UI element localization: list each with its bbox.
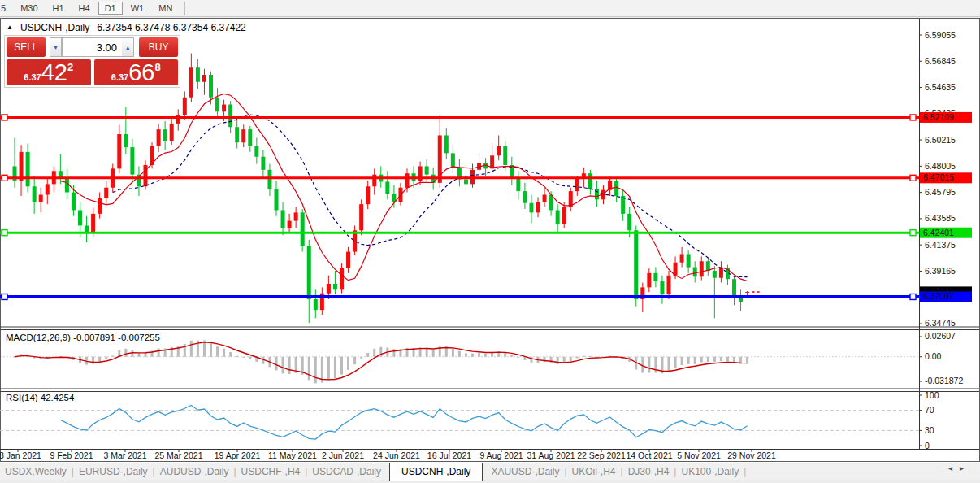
macd-axis-tick: 0.00 — [925, 351, 942, 361]
macd-axis-tick: 0.02607 — [925, 331, 956, 341]
tab-bar: USDX,Weekly|EURUSD-,Daily|AUDUSD-,Daily|… — [0, 462, 980, 480]
tab-uk100-daily[interactable]: UK100-,Daily — [676, 466, 744, 477]
toolbar-separator — [184, 2, 185, 15]
tab-scroll-arrows: ◂ ▸ — [948, 463, 964, 472]
chevron-down-icon: ▼ — [53, 45, 59, 50]
buy-price-bigfigure: 6.37 — [111, 72, 128, 82]
price-axis-tick: 6.39165 — [925, 266, 956, 276]
line-handle[interactable] — [2, 230, 7, 236]
date-label: 19 Apr 2021 — [215, 450, 261, 460]
price-axis-tick: 6.56845 — [925, 56, 956, 66]
macd-label: MACD(12,26,9) -0.007891 -0.007255 — [6, 333, 160, 342]
line-handle[interactable] — [2, 115, 7, 120]
sell-price-box[interactable]: 6.37422 — [7, 59, 91, 85]
line-handle[interactable] — [910, 230, 916, 236]
rsi-axis-tick: 0 — [925, 441, 930, 450]
chart-ohlc-quotes: 6.37354 6.37478 6.37354 6.37422 — [97, 22, 246, 33]
timeframe-MN[interactable]: MN — [152, 2, 179, 15]
date-label: 2 Jun 2021 — [322, 450, 364, 460]
tab-usdcad-daily[interactable]: USDCAD-,Daily — [307, 466, 386, 477]
date-label: 3 Mar 2021 — [103, 450, 146, 460]
line-price-label-text: 6.52109 — [923, 112, 954, 122]
tab-usdx-weekly[interactable]: USDX,Weekly — [0, 466, 72, 477]
price-axis-tick: 6.34745 — [925, 318, 956, 328]
sell-button[interactable]: SELL — [7, 37, 46, 57]
tab-separator: | — [744, 466, 746, 477]
date-label: 16 Jul 2021 — [427, 450, 471, 460]
tab-ukoil-h4[interactable]: UKOil-,H4 — [567, 466, 621, 477]
date-label: 29 Nov 2021 — [727, 450, 776, 460]
tab-xauusd-daily[interactable]: XAUUSD-,Daily — [486, 466, 564, 477]
buy-price-box[interactable]: 6.37668 — [94, 59, 179, 85]
tab-dj30-h4[interactable]: DJ30-,H4 — [623, 466, 674, 477]
sell-price-pipette: 2 — [67, 61, 73, 73]
line-price-label-text: 6.37007 — [923, 291, 954, 301]
timeframe-bar: 5M30H1H4D1W1MN — [0, 2, 180, 15]
macd-axis-tick: -0.031872 — [925, 376, 963, 385]
price-axis-tick: 6.48005 — [925, 161, 956, 171]
timeframe-H1[interactable]: H1 — [46, 2, 71, 15]
tab-eurusd-daily[interactable]: EURUSD-,Daily — [74, 466, 153, 477]
date-label: 11 May 2021 — [268, 450, 317, 460]
collapse-icon[interactable]: ▲ — [7, 24, 13, 31]
timeframe-M30[interactable]: M30 — [14, 2, 44, 15]
tab-usdchf-h4[interactable]: USDCHF-,H4 — [236, 466, 306, 477]
rsi-axis-tick: 70 — [925, 405, 934, 415]
line-handle[interactable] — [910, 294, 916, 299]
scroll-left-icon[interactable]: ◂ — [948, 463, 952, 472]
date-label: 25 Mar 2021 — [155, 450, 203, 460]
sell-price-bigfigure: 6.37 — [24, 72, 41, 82]
date-label: 14 Oct 2021 — [626, 450, 672, 460]
date-label: 22 Sep 2021 — [577, 450, 626, 460]
timeframe-W1[interactable]: W1 — [124, 2, 151, 15]
sell-price-pips: 42 — [41, 62, 67, 85]
chevron-up-icon: ▲ — [125, 45, 131, 50]
line-price-label-text: 6.47015 — [923, 172, 954, 182]
date-label: 18 Jan 2021 — [0, 450, 41, 460]
price-axis-tick: 6.43585 — [925, 213, 956, 223]
price-axis-tick: 6.45795 — [925, 187, 956, 197]
date-label: 5 Nov 2021 — [677, 450, 721, 460]
date-label: 9 Feb 2021 — [50, 450, 93, 460]
date-label: 9 Aug 2021 — [479, 450, 523, 460]
scroll-right-icon[interactable]: ▸ — [960, 463, 964, 472]
line-price-label-text: 6.42401 — [923, 228, 954, 237]
timeframe-toolbar: 5M30H1H4D1W1MN — [0, 0, 980, 17]
rsi-axis-tick: 30 — [925, 425, 934, 435]
timeframe-D1[interactable]: D1 — [98, 2, 123, 15]
timeframe-H4[interactable]: H4 — [72, 2, 97, 15]
date-label: 31 Aug 2021 — [527, 450, 575, 460]
buy-price-pipette: 8 — [154, 61, 160, 73]
tab-audusd-daily[interactable]: AUDUSD-,Daily — [155, 466, 234, 477]
tab-usdcnh-daily[interactable]: USDCNH-,Daily — [389, 463, 483, 481]
volume-input[interactable] — [62, 37, 122, 57]
chart-title: ▲ USDCNH-,Daily 6.37354 6.37478 6.37354 … — [7, 22, 246, 33]
rsi-label: RSI(14) 42.4254 — [6, 393, 74, 402]
rsi-axis-tick: 100 — [925, 390, 939, 400]
volume-increase-button[interactable]: ▲ — [122, 37, 134, 57]
buy-button[interactable]: BUY — [139, 37, 178, 57]
buy-price-pips: 66 — [128, 62, 154, 85]
line-handle[interactable] — [910, 175, 916, 181]
price-axis-tick: 6.41375 — [925, 240, 956, 250]
price-axis-tick: 6.54635 — [925, 82, 956, 92]
chart-symbol-label: USDCNH-,Daily — [20, 22, 89, 33]
line-handle[interactable] — [2, 175, 7, 181]
volume-decrease-button[interactable]: ▼ — [50, 37, 62, 57]
price-axis-tick: 6.59055 — [925, 30, 956, 40]
line-handle[interactable] — [910, 115, 916, 120]
price-axis-tick: 6.50215 — [925, 135, 956, 145]
date-label: 24 Jun 2021 — [373, 450, 420, 460]
one-click-trading-panel: SELL ▼ ▲ BUY 6.37422 6.37668 — [4, 35, 180, 88]
line-handle[interactable] — [2, 294, 7, 299]
timeframe-5[interactable]: 5 — [0, 2, 12, 15]
